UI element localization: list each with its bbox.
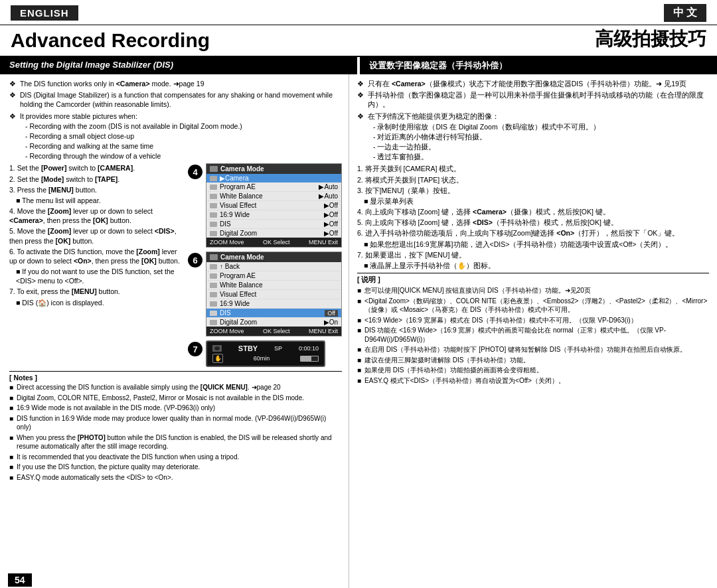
- wb-label: White Balance: [210, 192, 262, 200]
- note-1-sym: ■: [9, 383, 13, 392]
- cn-sym-1: ❖: [357, 79, 364, 88]
- title-row: Advanced Recording 高级拍摄技巧: [0, 25, 717, 57]
- dis-label: DIS: [210, 220, 231, 228]
- note-3-text: 16:9 Wide mode is not available in the D…: [17, 404, 215, 413]
- bullet-sym-2: ❖: [9, 90, 16, 109]
- menu4-row-programae: Program AE ▶Auto: [206, 183, 341, 192]
- dz6-label: Digital Zoom: [210, 319, 257, 326]
- cn-note-5-sym: ■: [357, 345, 361, 354]
- cn-bullet-1: ❖ 只有在 <Camera>（摄像模式）状态下才能使用数字图像稳定器DIS（手抖…: [357, 79, 709, 88]
- menu4-row-whitebalance: White Balance ▶Auto: [206, 192, 341, 201]
- footer6-menu: MENU Exit: [309, 328, 338, 334]
- wb-value: ▶Auto: [319, 192, 338, 200]
- cn-step-5: 5. 向上或向下移动 [Zoom] 键，选择 <DIS>（手抖动补偿）模式，然后…: [357, 218, 709, 227]
- cn-note-4: ■ DIS 功能在 <16:9 Wide>（16:9 宽屏）模式中的画质可能会比…: [357, 326, 709, 344]
- circle-6: 6: [188, 253, 202, 267]
- step-6-sub: ■ If you do not want to use the DIS func…: [9, 267, 181, 285]
- menu4-row-dz: Digital Zoom ▶Off: [206, 229, 341, 238]
- cn-note-8-text: EASY.Q 模式下<DIS>（手抖动补偿）将自动设置为<Off>（关闭）。: [364, 376, 565, 386]
- note-2-sym: ■: [9, 394, 13, 403]
- note-1: ■ Direct accessing the DIS function is a…: [9, 383, 342, 392]
- menu6-row-ve: Visual Effect: [206, 290, 341, 299]
- wide-value: ▶Off: [324, 211, 338, 218]
- cn-note-6-sym: ■: [357, 356, 361, 365]
- cn-note-3: ■ <16:9 Wide>（16:9 宽屏幕）模式在 DIS（手抖动补偿）模式中…: [357, 316, 709, 325]
- camcorder-sp: SP: [274, 345, 282, 352]
- right-column: ❖ 只有在 <Camera>（摄像模式）状态下才能使用数字图像稳定器DIS（手抖…: [349, 74, 717, 588]
- notes-section: [ Notes ] ■ Direct accessing the DIS fun…: [9, 371, 342, 482]
- footer4-zoom: ZOOM Move: [210, 239, 244, 246]
- note-8-text: EASY.Q mode automatically sets the <DIS>…: [17, 473, 173, 482]
- step-1: 1. Set the [Power] switch to [CAMERA].: [9, 163, 181, 173]
- camcorder-bottom-row: ✋ 60min: [212, 354, 319, 363]
- cn-step-4: 4. 向上或向下移动 [Zoom] 键，选择 <Camera>（摄像）模式，然后…: [357, 207, 709, 216]
- note-2: ■ Digital Zoom, COLOR NITE, Emboss2, Pas…: [9, 394, 342, 403]
- camcorder-stby: STBY: [238, 344, 258, 352]
- note-1-text: Direct accessing the DIS function is ava…: [17, 383, 281, 392]
- note-4-sym: ■: [9, 414, 13, 432]
- step-6: 6. To activate the DIS function, move th…: [9, 247, 181, 265]
- dz-value: ▶Off: [324, 230, 338, 237]
- cn-sub-1: - 录制时使用缩放（DIS 在 Digital Zoom（数码缩放）模式中不可用…: [357, 122, 709, 131]
- note-8: ■ EASY.Q mode automatically sets the <DI…: [9, 473, 342, 482]
- cn-step-1: 1. 将开关拨到 [CAMERA] 模式。: [357, 164, 709, 173]
- sub-bullet-2: - Recording a small object close-up: [9, 131, 342, 141]
- menu-block-6: 6 Camera Mode ↑ Back Program AE: [188, 252, 342, 336]
- cn-note-6-text: 建议在使用三脚架摄时请解除 DIS（手抖动补偿）功能。: [364, 356, 530, 365]
- menu6-row-programae: Program AE: [206, 271, 341, 281]
- bullet-dis-camera: ❖ The DIS function works only in <Camera…: [9, 79, 342, 88]
- dis-value: ▶Off: [324, 220, 338, 228]
- cn-step-6: 6. 进入手抖动补偿功能选项后，向上或向下移动[Zoom]键选择 <On>（打开…: [357, 228, 709, 238]
- note-6: ■ It is recommended that you deactivate …: [9, 453, 342, 462]
- cn-note-4-text: DIS 功能在 <16:9 Wide>（16:9 宽屏）模式中的画质可能会比在 …: [364, 326, 709, 344]
- cn-note-2-sym: ■: [357, 297, 361, 315]
- menu6-titlebar: Camera Mode: [206, 252, 341, 262]
- note-5-sym: ■: [9, 433, 13, 451]
- sub-bullet-3: - Recording and walking at the same time: [9, 141, 342, 151]
- cn-note-7-text: 如果使用 DIS（手抖动补偿）功能拍摄的画面将会变得粗糙。: [364, 366, 543, 375]
- cn-step-3-sub: ■ 显示菜单列表: [357, 196, 709, 206]
- menu4-footer: ZOOM Move OK Select MENU Exit: [206, 238, 341, 247]
- cn-text-3: 在下列情况下他能提供更为稳定的图像：: [368, 111, 499, 121]
- menu4-row-camera-selected: ▶Camera: [206, 174, 341, 183]
- cn-sym-3: ❖: [357, 111, 364, 121]
- footer6-ok: OK Select: [263, 328, 290, 334]
- bullet-text-3: It provides more stable pictures when:: [20, 111, 137, 121]
- cn-note-5-text: 在启用 DIS（手抖动补偿）功能时按下 [PHOTO] 键将知暂解除 DIS（手…: [364, 345, 686, 354]
- menu-4: Camera Mode ▶Camera Program AE ▶Auto Whi…: [206, 163, 342, 248]
- tape-icon: [212, 345, 222, 352]
- wide-label: 16:9 Wide: [210, 211, 250, 218]
- camera-icon-4: [210, 166, 218, 172]
- camcorder-top-row: STBY SP 0:00:10: [212, 344, 319, 352]
- cam-icon-small: [210, 176, 217, 181]
- main-content: ❖ The DIS function works only in <Camera…: [0, 74, 717, 588]
- chinese-label: 中 文: [664, 4, 706, 22]
- steps-menus-area: 1. Set the [Power] switch to [CAMERA]. 2…: [9, 163, 342, 370]
- menu4-titlebar: Camera Mode: [206, 164, 341, 174]
- note-4: ■ DIS function in 16:9 Wide mode may pro…: [9, 414, 342, 432]
- battery-bar: [300, 356, 319, 362]
- cn-note-3-sym: ■: [357, 316, 361, 325]
- footer6-zoom: ZOOM Move: [210, 328, 244, 334]
- note-7: ■ If you use the DIS function, the pictu…: [9, 463, 342, 472]
- cn-note-2-text: <Digital Zoom>（数码缩放）、COLOR NITE（彩色夜景）、<E…: [364, 297, 709, 315]
- section-header-row: Setting the Digital Image Stabilizer (DI…: [0, 57, 717, 74]
- steps-text: 1. Set the [Power] switch to [CAMERA]. 2…: [9, 163, 181, 370]
- bullet-text-1: The DIS function works only in <Camera> …: [20, 79, 204, 88]
- page-number: 54: [8, 573, 32, 587]
- circle-7: 7: [188, 342, 202, 356]
- cn-note-8: ■ EASY.Q 模式下<DIS>（手抖动补偿）将自动设置为<Off>（关闭）。: [357, 376, 709, 386]
- cn-note-6: ■ 建议在使用三脚架摄时请解除 DIS（手抖动补偿）功能。: [357, 356, 709, 365]
- menu6-row-dis-selected: DIS Off: [206, 309, 341, 318]
- wide6-label: 16:9 Wide: [210, 300, 250, 307]
- cn-bullet-3: ❖ 在下列情况下他能提供更为稳定的图像：: [357, 111, 709, 121]
- cn-text-2: 手抖动补偿（数字图像稳定器）是一种可以用来补偿手握住摄像机时手抖动或移动的功能（…: [368, 90, 709, 109]
- cn-note-5: ■ 在启用 DIS（手抖动补偿）功能时按下 [PHOTO] 键将知暂解除 DIS…: [357, 345, 709, 354]
- camcorder-time: 0:00:10: [299, 345, 319, 352]
- menu6-row-wide: 16:9 Wide: [206, 299, 341, 309]
- step-5: 5. Move the [Zoom] lever up or down to s…: [9, 226, 181, 245]
- menu4-row-169: 16:9 Wide ▶Off: [206, 210, 341, 220]
- cn-sub-4: - 透过车窗拍摄。: [357, 152, 709, 161]
- programae-value: ▶Auto: [319, 183, 338, 190]
- cn-sym-2: ❖: [357, 90, 364, 109]
